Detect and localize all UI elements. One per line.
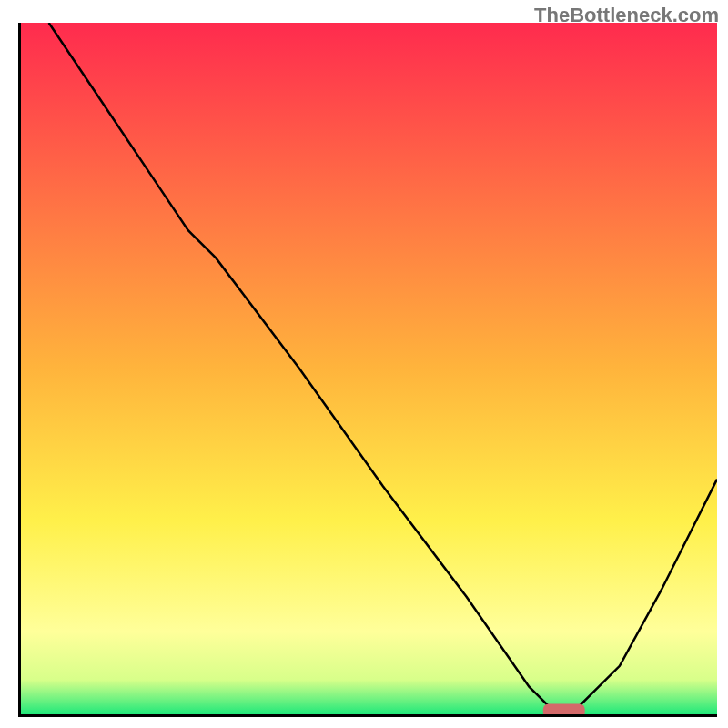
watermark-text: TheBottleneck.com	[534, 4, 719, 27]
chart-svg	[21, 23, 717, 714]
chart-background	[21, 23, 717, 714]
optimal-marker	[543, 704, 585, 714]
chart-plot-area	[18, 23, 717, 717]
